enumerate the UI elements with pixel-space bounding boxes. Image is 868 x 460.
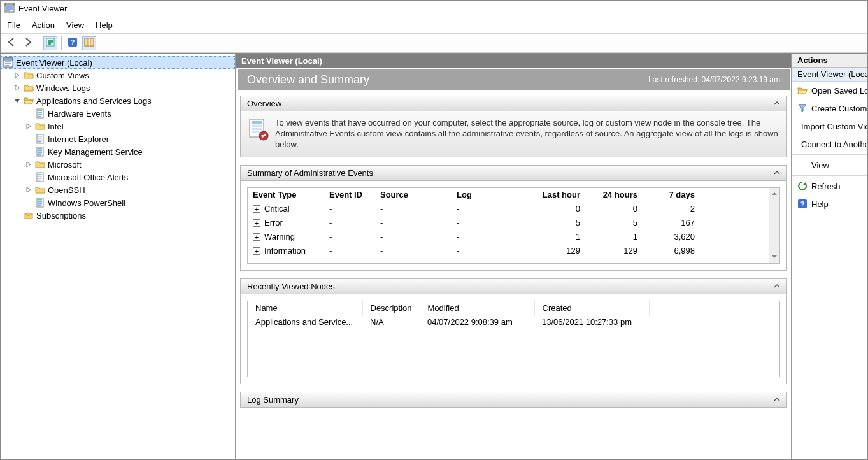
action-refresh[interactable]: Refresh — [792, 177, 867, 195]
tree-root[interactable]: Event Viewer (Local) — [1, 56, 235, 69]
section-recent-header[interactable]: Recently Viewed Nodes — [241, 279, 786, 294]
cell-event-type: Critical — [264, 204, 290, 213]
nav-back-button[interactable] — [4, 36, 18, 50]
collapse-icon[interactable] — [774, 168, 780, 178]
col-last-hour[interactable]: Last hour — [528, 188, 585, 202]
actions-panel: Actions Event Viewer (Local) Open Saved … — [792, 54, 867, 459]
section-overview-header[interactable]: Overview — [241, 96, 786, 111]
last-refreshed: Last refreshed: 04/07/2022 9:23:19 am — [648, 75, 780, 84]
tree-windows-logs[interactable]: Windows Logs — [1, 82, 235, 94]
chevron-right-icon[interactable] — [13, 84, 21, 92]
tree-subscriptions[interactable]: Subscriptions — [1, 209, 235, 222]
console-tree[interactable]: Event Viewer (Local) Custom Views Window… — [1, 54, 236, 459]
action-label: Create Custom View... — [811, 104, 867, 113]
main-content: Event Viewer (Local) Custom Views Window… — [1, 53, 867, 459]
expand-icon[interactable]: + — [253, 233, 260, 241]
cell: - — [375, 230, 452, 244]
scroll-down-icon[interactable] — [771, 252, 778, 262]
recent-viewed-table[interactable]: Name Description Modified Created Applic… — [248, 301, 779, 329]
collapse-icon[interactable] — [774, 282, 780, 291]
event-viewer-icon — [3, 57, 13, 68]
chevron-right-icon[interactable] — [13, 71, 21, 79]
col-name[interactable]: Name — [248, 301, 362, 315]
tree-office-alerts[interactable]: Microsoft Office Alerts — [1, 171, 235, 183]
col-24-hours[interactable]: 24 hours — [585, 188, 643, 202]
cell: - — [324, 244, 375, 258]
col-log[interactable]: Log — [452, 188, 528, 202]
scrollbar[interactable] — [769, 188, 779, 263]
menu-action[interactable]: Action — [32, 20, 55, 30]
cell: 0 — [528, 202, 585, 216]
menu-view[interactable]: View — [66, 20, 84, 30]
help-button[interactable] — [66, 36, 80, 50]
tree-internet-explorer[interactable]: Internet Explorer — [1, 133, 235, 145]
col-created[interactable]: Created — [534, 301, 649, 315]
table-row[interactable]: +Error - - - 5 5 167 — [248, 216, 779, 230]
table-row[interactable]: Applications and Service... N/A 04/07/20… — [248, 315, 779, 329]
log-icon — [35, 198, 45, 208]
titlebar: Event Viewer — [1, 1, 867, 17]
action-import-custom-view[interactable]: Import Custom View... — [792, 117, 867, 135]
chevron-right-icon[interactable] — [25, 161, 32, 168]
col-source[interactable]: Source — [375, 188, 452, 202]
expand-icon[interactable]: + — [253, 219, 260, 227]
section-log-summary: Log Summary — [240, 392, 787, 408]
tree-intel[interactable]: Intel — [1, 120, 235, 133]
cell-description: N/A — [362, 315, 420, 329]
action-create-custom-view[interactable]: Create Custom View... — [792, 99, 867, 117]
action-help[interactable]: Help — [792, 195, 867, 213]
action-open-saved-log[interactable]: Open Saved Log... — [792, 82, 867, 99]
cell: 5 — [528, 216, 585, 230]
tree-openssh[interactable]: OpenSSH — [1, 183, 235, 196]
cell: - — [324, 202, 375, 216]
chevron-right-icon[interactable] — [25, 122, 32, 130]
tree-apps-and-services[interactable]: Applications and Services Logs — [1, 94, 235, 107]
col-7-days[interactable]: 7 days — [643, 188, 700, 202]
cell: - — [452, 202, 528, 216]
tree-custom-views[interactable]: Custom Views — [1, 69, 235, 82]
table-row[interactable]: +Warning - - - 1 1 3,620 — [248, 230, 779, 244]
arrow-left-icon — [6, 37, 17, 49]
section-admin-summary-header[interactable]: Summary of Administrative Events — [241, 166, 786, 181]
action-separator — [792, 154, 867, 155]
expand-icon[interactable]: + — [253, 205, 260, 213]
scroll-up-icon[interactable] — [771, 189, 778, 199]
tree-label: Hardware Events — [48, 109, 111, 119]
admin-summary-table[interactable]: Event Type Event ID Source Log Last hour… — [248, 188, 779, 258]
action-label: View — [811, 161, 829, 170]
cell-created: 13/06/2021 10:27:33 pm — [534, 315, 649, 329]
nav-forward-button[interactable] — [21, 36, 35, 50]
action-connect[interactable]: Connect to Another Computer... — [792, 135, 867, 153]
cell-modified: 04/07/2022 9:08:39 am — [420, 315, 534, 329]
admin-summary-table-wrap: Event Type Event ID Source Log Last hour… — [247, 187, 780, 264]
col-event-id[interactable]: Event ID — [324, 188, 375, 202]
table-row[interactable]: +Critical - - - 0 0 2 — [248, 202, 779, 216]
col-modified[interactable]: Modified — [420, 301, 534, 315]
action-label: Connect to Another Computer... — [801, 140, 867, 149]
chevron-down-icon[interactable] — [13, 97, 21, 104]
show-hide-panes-button[interactable] — [82, 36, 96, 50]
table-row[interactable]: +Information - - - 129 129 6,998 — [248, 244, 779, 258]
refresh-icon — [797, 181, 808, 191]
section-title: Summary of Administrative Events — [247, 168, 373, 178]
collapse-icon[interactable] — [774, 99, 780, 108]
menu-help[interactable]: Help — [96, 20, 113, 30]
menu-file[interactable]: File — [7, 20, 20, 30]
cell: - — [375, 202, 452, 216]
collapse-icon[interactable] — [774, 395, 780, 405]
tree-hardware-events[interactable]: Hardware Events — [1, 107, 235, 120]
section-log-summary-header[interactable]: Log Summary — [241, 392, 786, 408]
chevron-right-icon[interactable] — [25, 186, 32, 194]
expand-icon[interactable]: + — [253, 247, 260, 255]
properties-button[interactable] — [43, 36, 57, 50]
tree-key-management[interactable]: Key Management Service — [1, 145, 235, 158]
col-description[interactable]: Description — [362, 301, 420, 315]
tree-powershell[interactable]: Windows PowerShell — [1, 196, 235, 209]
section-title: Overview — [247, 99, 281, 108]
tree-microsoft[interactable]: Microsoft — [1, 158, 235, 171]
folder-open-icon — [24, 96, 34, 106]
action-view[interactable]: View — [792, 156, 867, 174]
section-recent-nodes: Recently Viewed Nodes Name Description M… — [240, 278, 787, 384]
col-event-type[interactable]: Event Type — [248, 188, 324, 202]
overview-info-icon — [248, 118, 269, 150]
